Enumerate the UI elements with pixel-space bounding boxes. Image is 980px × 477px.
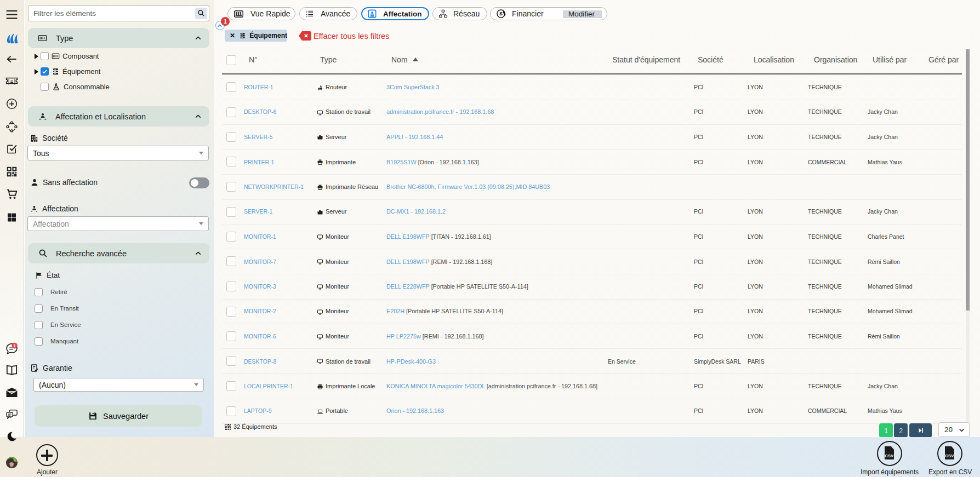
svg-text:$: $ — [499, 10, 503, 16]
svg-text:1: 1 — [13, 343, 16, 348]
